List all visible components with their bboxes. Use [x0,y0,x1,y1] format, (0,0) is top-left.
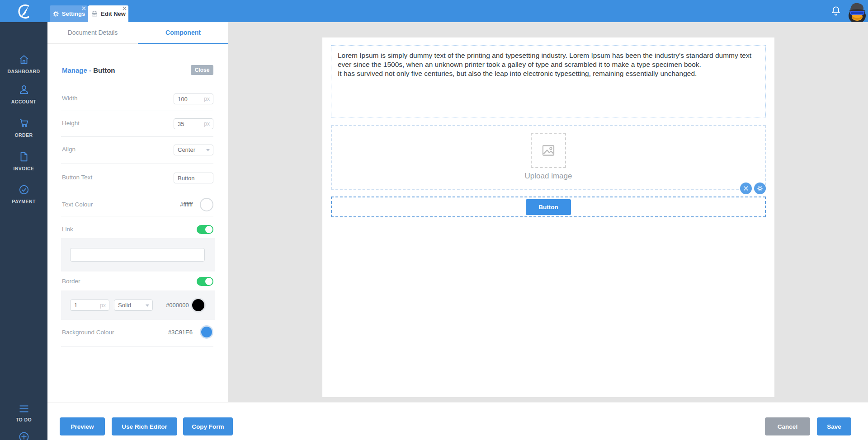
sidebar-item-label: TO DO [0,417,47,422]
close-button[interactable]: Close [191,65,213,75]
button-text-label: Button Text [62,174,92,181]
border-label: Border [62,278,80,285]
height-field-wrap: px [174,118,213,129]
border-style-value: Solid [118,302,131,309]
sidebar-item-payment[interactable]: PAYMENT [0,184,47,204]
link-sub-area [61,238,215,271]
height-input[interactable] [174,118,213,129]
gear-icon [757,185,763,192]
link-toggle[interactable] [197,225,213,234]
height-label: Height [62,120,80,126]
sidebar-item-label: ORDER [0,132,47,138]
divider [61,216,213,216]
divider [61,136,213,137]
top-bar: Settings Edit New [0,0,868,22]
image-component[interactable]: Upload image [331,125,766,190]
sidebar: DASHBOARD ACCOUNT ORDER INVOICE [0,22,47,440]
home-icon [18,54,30,66]
sidebar-item-order[interactable]: ORDER [0,117,47,138]
text-colour-hex: #ffffff [180,201,193,208]
chevron-down-icon [206,149,210,151]
sidebar-item-account[interactable]: ACCOUNT [0,84,47,104]
plus-circle-icon [18,431,30,440]
tab-component[interactable]: Component [138,22,228,44]
divider [61,190,213,190]
tab-settings[interactable]: Settings [50,5,88,22]
save-button[interactable]: Save [817,417,851,435]
background-colour-swatch[interactable] [200,325,213,339]
close-icon[interactable] [122,6,127,11]
preview-button[interactable]: Preview [60,417,105,435]
cancel-button[interactable]: Cancel [765,417,810,435]
align-select[interactable]: Center [174,145,213,155]
button-component[interactable]: Button [331,197,766,217]
panel-tabs: Document Details Component [47,22,228,44]
app-logo[interactable] [0,0,47,22]
sidebar-item-new[interactable]: NEW [0,431,47,440]
text-colour-swatch[interactable] [200,198,213,211]
document-icon [18,151,30,163]
remove-component-button[interactable] [740,183,752,194]
footer-bar: Preview Use Rich Editor Copy Form Cancel… [47,402,868,440]
width-input[interactable] [174,94,213,104]
sidebar-item-label: ACCOUNT [0,99,47,104]
link-label: Link [62,226,73,233]
tab-edit-new-label: Edit New [101,10,126,17]
component-name: Button [93,66,115,74]
use-rich-editor-button[interactable]: Use Rich Editor [112,417,177,435]
component-settings-button[interactable] [754,183,766,194]
component-panel: Document Details Component Manage - Butt… [47,22,228,440]
chevron-down-icon [146,304,149,307]
border-width-input[interactable] [70,300,109,311]
tab-edit-new[interactable]: Edit New [88,5,128,22]
copy-form-button[interactable]: Copy Form [183,417,233,435]
manage-header: Manage - Button Close [62,65,213,78]
toggle-knob [205,278,212,285]
tab-document-details[interactable]: Document Details [47,22,138,44]
border-style-select[interactable]: Solid [114,300,153,311]
notifications-bell-icon[interactable] [830,5,842,17]
align-select-value: Center [178,146,195,153]
link-url-input[interactable] [70,248,205,262]
border-toggle[interactable] [197,277,213,286]
border-colour-hex: #000000 [166,302,189,309]
background-colour-label: Background Colour [62,329,114,336]
text-component[interactable]: Lorem Ipsum is simply dummy text of the … [331,45,766,117]
check-circle-icon [18,184,30,196]
text-colour-label: Text Colour [62,201,93,208]
sidebar-item-todo[interactable]: TO DO [0,404,47,422]
toggle-knob [205,226,212,233]
divider [61,111,213,111]
cart-icon [18,117,30,129]
tab-settings-label: Settings [62,10,85,17]
button-preview[interactable]: Button [526,199,571,215]
manage-separator: - [89,66,91,74]
border-colour-swatch[interactable] [191,298,206,313]
button-text-input[interactable] [174,173,213,183]
manage-label: Manage [62,66,87,74]
penguin-avatar-image [847,0,868,22]
border-width-wrap: px [70,300,109,311]
image-icon [541,143,556,158]
user-avatar[interactable] [847,0,868,22]
divider [61,346,213,346]
background-colour-hex: #3C91E6 [168,329,193,336]
menu-icon [18,404,30,414]
button-text-field-wrap [174,173,213,183]
sidebar-item-label: INVOICE [0,166,47,171]
width-field-wrap: px [174,94,213,104]
close-icon[interactable] [81,6,86,11]
sidebar-item-dashboard[interactable]: DASHBOARD [0,54,47,74]
app-root: Settings Edit New [0,0,868,440]
sidebar-item-label: DASHBOARD [0,69,47,74]
align-label: Align [62,146,75,153]
paragraph: It has survived not only five centuries,… [338,69,759,78]
document-canvas[interactable]: Lorem Ipsum is simply dummy text of the … [322,37,774,397]
sidebar-item-invoice[interactable]: INVOICE [0,151,47,171]
upload-image-dropzone[interactable] [531,133,566,168]
close-icon [743,186,749,191]
user-icon [18,84,30,96]
compass-logo-icon [15,2,33,20]
paragraph: Lorem Ipsum is simply dummy text of the … [338,51,759,69]
width-label: Width [62,95,78,102]
